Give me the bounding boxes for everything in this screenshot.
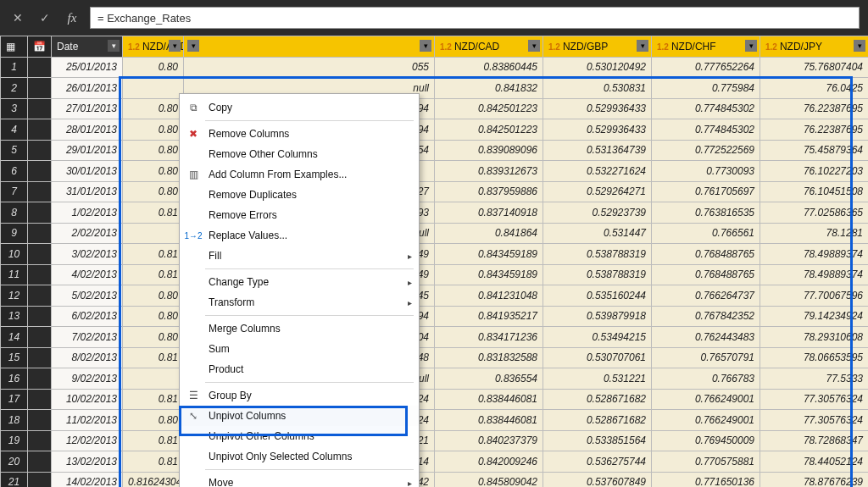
cell-nzd-gbp[interactable]: 0.528671682 xyxy=(543,410,652,431)
cell-nzd-jpy[interactable]: 78.06653595 xyxy=(760,347,869,368)
cell-nzd-jpy[interactable]: 77.5333 xyxy=(760,368,869,390)
cell-date[interactable]: 31/01/2013 xyxy=(52,181,123,202)
cell-nzd-aud[interactable]: 0.80 xyxy=(123,98,184,119)
cell-nzd-gbp[interactable]: 0.533851564 xyxy=(543,430,652,451)
cell-nzd-gbp[interactable]: 0.52923739 xyxy=(543,202,652,224)
formula-input[interactable] xyxy=(90,7,860,29)
row-number[interactable]: 9 xyxy=(1,223,28,244)
table-row[interactable]: 136/02/20130.805940.8419352170.539879918… xyxy=(1,306,869,327)
menu-unpivot-selected-columns[interactable]: Unpivot Only Selected Columns xyxy=(180,446,419,467)
row-number[interactable]: 18 xyxy=(1,410,28,431)
cell-nzd-gbp[interactable]: 0.531447 xyxy=(543,223,652,244)
cell-nzd-chf[interactable]: 0.766249001 xyxy=(652,410,760,431)
cell-nzd-cad[interactable]: 0.843459189 xyxy=(435,244,543,265)
menu-group-by[interactable]: ☰Group By xyxy=(180,385,419,406)
row-number[interactable]: 19 xyxy=(1,430,28,451)
cell-nzd-cad[interactable]: 0.845809042 xyxy=(435,472,543,487)
row-number[interactable]: 17 xyxy=(1,389,28,410)
cell-nzd-aud[interactable]: 0.81 xyxy=(123,264,184,285)
cell-nzd-cad[interactable]: 0.831832588 xyxy=(435,347,543,368)
row-number[interactable]: 21 xyxy=(1,472,28,487)
cell-nzd-aud[interactable]: 0.80 xyxy=(123,181,184,202)
cell-nzd-chf[interactable]: 0.774845302 xyxy=(652,119,760,141)
menu-unpivot-columns[interactable]: ⤡Unpivot Columns xyxy=(180,406,419,426)
cell-nzd-chf[interactable]: 0.769450009 xyxy=(652,430,760,451)
table-row[interactable]: 731/01/20130.804270.8379598860.529264271… xyxy=(1,181,869,202)
chevron-down-icon[interactable]: ▾ xyxy=(420,40,431,52)
column-header-nzd-cad[interactable]: 1.2NZD/CAD▾ xyxy=(435,36,543,58)
cell-nzd-aud[interactable]: 0.80 xyxy=(123,285,184,307)
cell-nzd-cad[interactable]: 0.841935217 xyxy=(435,306,543,327)
table-row[interactable]: 630/01/20130.800.8393126730.5322716240.7… xyxy=(1,161,869,182)
cell-nzd-aud[interactable]: 0.81 xyxy=(123,244,184,265)
cell-nzd-jpy[interactable]: 75.45879364 xyxy=(760,140,869,161)
table-row[interactable]: 103/02/20130.818490.8434591890.538788319… xyxy=(1,244,869,265)
cell-nzd-cad[interactable]: 0.834171236 xyxy=(435,327,543,348)
column-date-icon[interactable]: 📅 xyxy=(28,36,52,58)
cell-nzd-cad[interactable]: 0.841231048 xyxy=(435,285,543,307)
menu-fill[interactable]: Fill▸ xyxy=(180,246,419,266)
cell-date[interactable]: 5/02/2013 xyxy=(52,285,123,307)
table-row[interactable]: 1811/02/20130.808240.8384460810.52867168… xyxy=(1,410,869,431)
column-header-hidden[interactable]: ▾▾ xyxy=(184,36,435,58)
row-number[interactable]: 2 xyxy=(1,78,28,99)
column-header-nzd-aud[interactable]: 1.2NZD/AUD▾ xyxy=(123,36,184,58)
table-row[interactable]: 1912/02/20130.816210.8402373790.53385156… xyxy=(1,430,869,451)
cell-nzd-cad[interactable]: 0.838446081 xyxy=(435,410,543,431)
cell-nzd-chf[interactable]: 0.775984 xyxy=(652,78,760,99)
menu-unpivot-other-columns[interactable]: Unpivot Other Columns xyxy=(180,426,419,446)
column-header-nzd-gbp[interactable]: 1.2NZD/GBP▾ xyxy=(543,36,652,58)
cell-nzd-jpy[interactable]: 79.14234924 xyxy=(760,306,869,327)
cell-nzd-gbp[interactable]: 0.53494215 xyxy=(543,327,652,348)
table-row[interactable]: 147/02/20130.800040.8341712360.534942150… xyxy=(1,327,869,348)
table-row[interactable]: 158/02/20130.812480.8318325880.530707061… xyxy=(1,347,869,368)
row-number[interactable]: 3 xyxy=(1,98,28,119)
cell-nzd-chf[interactable]: 0.772522569 xyxy=(652,140,760,161)
chevron-down-icon[interactable]: ▾ xyxy=(637,40,648,52)
cell-hidden[interactable]: 055 xyxy=(184,57,435,78)
menu-remove-other-columns[interactable]: Remove Other Columns xyxy=(180,144,419,164)
table-row[interactable]: 125/02/20130.804450.8412310480.535160244… xyxy=(1,285,869,307)
menu-remove-duplicates[interactable]: Remove Duplicates xyxy=(180,185,419,205)
column-header-nzd-jpy[interactable]: 1.2NZD/JPY▾ xyxy=(760,36,869,58)
table-row[interactable]: 1710/02/20130.818240.8384460810.52867168… xyxy=(1,389,869,410)
cell-nzd-jpy[interactable]: 77.02586365 xyxy=(760,202,869,224)
cell-nzd-jpy[interactable]: 77.70067596 xyxy=(760,285,869,307)
cell-nzd-gbp[interactable]: 0.538788319 xyxy=(543,264,652,285)
cell-nzd-aud[interactable]: 0.80 xyxy=(123,119,184,141)
cell-nzd-aud[interactable]: 0.80 xyxy=(123,140,184,161)
row-number[interactable]: 12 xyxy=(1,285,28,307)
cell-nzd-chf[interactable]: 0.768488765 xyxy=(652,244,760,265)
chevron-down-icon[interactable]: ▾ xyxy=(108,40,120,52)
cell-nzd-aud[interactable]: 0.81 xyxy=(123,389,184,410)
row-number[interactable]: 20 xyxy=(1,451,28,473)
cell-nzd-jpy[interactable]: 77.30576324 xyxy=(760,389,869,410)
cell-nzd-gbp[interactable]: 0.529936433 xyxy=(543,119,652,141)
cell-nzd-gbp[interactable]: 0.530707061 xyxy=(543,347,652,368)
cell-nzd-gbp[interactable]: 0.529264271 xyxy=(543,181,652,202)
cell-nzd-cad[interactable]: 0.83860445 xyxy=(435,57,543,78)
menu-transform[interactable]: Transform▸ xyxy=(180,292,419,313)
cell-nzd-chf[interactable]: 0.770575881 xyxy=(652,451,760,473)
cell-nzd-jpy[interactable]: 78.44052124 xyxy=(760,451,869,473)
cell-nzd-aud[interactable]: 0.81 xyxy=(123,451,184,473)
corner-cell[interactable]: ▦ xyxy=(1,36,28,58)
cell-date[interactable]: 7/02/2013 xyxy=(52,327,123,348)
row-number[interactable]: 1 xyxy=(1,57,28,78)
row-number[interactable]: 10 xyxy=(1,244,28,265)
cell-nzd-aud[interactable]: 0.80 xyxy=(123,327,184,348)
cell-nzd-cad[interactable]: 0.839312673 xyxy=(435,161,543,182)
fx-icon[interactable]: fx xyxy=(63,8,81,27)
cell-date[interactable]: 28/01/2013 xyxy=(52,119,123,141)
cell-nzd-cad[interactable]: 0.842501223 xyxy=(435,98,543,119)
cell-nzd-aud[interactable]: 0.80 xyxy=(123,57,184,78)
cell-date[interactable]: 29/01/2013 xyxy=(52,140,123,161)
cell-nzd-cad[interactable]: 0.841832 xyxy=(435,78,543,99)
row-number[interactable]: 5 xyxy=(1,140,28,161)
menu-add-column-examples[interactable]: ▥Add Column From Examples... xyxy=(180,164,419,185)
table-row[interactable]: 428/01/20130.805940.8425012230.529936433… xyxy=(1,119,869,141)
cell-date[interactable]: 14/02/2013 xyxy=(52,472,123,487)
cell-nzd-chf[interactable]: 0.766561 xyxy=(652,223,760,244)
table-row[interactable]: 92/02/2013null0.8418640.5314470.76656178… xyxy=(1,223,869,244)
cell-date[interactable]: 8/02/2013 xyxy=(52,347,123,368)
